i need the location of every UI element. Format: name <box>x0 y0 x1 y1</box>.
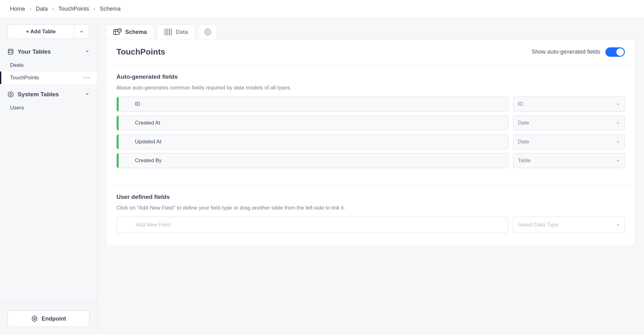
chevron-down-icon <box>616 223 620 227</box>
svg-point-0 <box>8 49 13 51</box>
section-desc: Click on "Add New Field" to define your … <box>116 205 625 211</box>
auto-generated-section: Auto-generated fields 8base auto-generat… <box>106 65 635 185</box>
tab-data[interactable]: Data <box>157 24 195 39</box>
sidebar-item-label: Deals <box>10 62 24 68</box>
field-row: Created By Table <box>116 153 625 168</box>
field-name[interactable]: Created By <box>116 153 508 168</box>
field-name-label: ID <box>119 101 140 107</box>
tab-settings[interactable] <box>198 24 217 39</box>
gear-icon <box>204 29 211 35</box>
field-type-label: Table <box>518 157 531 164</box>
your-tables-label: Your Tables <box>18 48 81 55</box>
field-row: Updated At Date <box>116 134 625 149</box>
page-title: TouchPoints <box>116 47 165 57</box>
breadcrumb: Home › Data › TouchPoints › Schema <box>0 0 644 18</box>
endpoint-icon <box>31 315 38 322</box>
field-row: ID ID <box>116 97 625 112</box>
add-table-dropdown[interactable] <box>74 24 89 39</box>
field-type-select[interactable]: Date <box>513 134 625 149</box>
endpoint-label: Endpoint <box>42 316 66 322</box>
tabs: Schema Data <box>106 24 635 39</box>
chevron-down-icon <box>79 29 84 34</box>
tab-label: Data <box>176 29 188 35</box>
chevron-down-icon <box>616 102 620 106</box>
breadcrumb-data[interactable]: Data <box>36 6 48 12</box>
section-heading: User defined fields <box>116 194 625 200</box>
breadcrumb-schema: Schema <box>100 6 121 12</box>
chevron-down-icon <box>85 92 89 97</box>
tab-schema[interactable]: Schema <box>106 24 154 39</box>
schema-panel: TouchPoints Show auto-generated fields A… <box>106 39 635 246</box>
add-new-field-input[interactable] <box>116 217 508 233</box>
svg-point-3 <box>34 318 35 320</box>
sidebar-item-label: Users <box>10 105 24 111</box>
svg-rect-7 <box>118 29 121 32</box>
user-defined-section: User defined fields Click on "Add New Fi… <box>106 185 635 246</box>
tab-label: Schema <box>125 29 147 35</box>
auto-fields-toggle[interactable] <box>605 47 625 57</box>
field-type-select[interactable]: Table <box>513 153 625 168</box>
field-type-select[interactable]: ID <box>513 97 625 112</box>
chevron-down-icon <box>616 121 620 125</box>
breadcrumb-touchpoints[interactable]: TouchPoints <box>58 6 89 12</box>
svg-point-14 <box>207 31 209 33</box>
chevron-right-icon: › <box>52 6 54 12</box>
breadcrumb-home[interactable]: Home <box>10 6 25 12</box>
sidebar-item-label: TouchPoints <box>10 75 39 81</box>
chevron-right-icon: › <box>30 6 31 12</box>
field-name-label: Created By <box>119 157 162 164</box>
field-type-label: Date <box>518 139 529 145</box>
field-type-label: Date <box>518 120 529 126</box>
schema-icon <box>113 29 121 35</box>
toggle-label: Show auto-generated fields <box>532 49 600 55</box>
more-icon[interactable]: ••• <box>83 75 91 81</box>
chevron-down-icon <box>616 158 620 163</box>
field-row: Created At Date <box>116 115 625 130</box>
svg-point-1 <box>8 92 13 97</box>
sidebar: + Add Table Your Tables Deals <box>0 18 97 334</box>
chevron-down-icon <box>85 49 89 55</box>
field-name[interactable]: ID <box>116 97 508 112</box>
grid-icon <box>164 29 172 35</box>
field-name[interactable]: Updated At <box>116 134 508 149</box>
system-icon <box>8 91 14 98</box>
field-type-select[interactable]: Date <box>513 115 625 130</box>
field-name-label: Updated At <box>119 139 161 145</box>
field-name[interactable]: Created At <box>116 115 508 130</box>
svg-rect-9 <box>165 29 172 35</box>
section-desc: 8base auto-generates common fields requi… <box>116 85 625 91</box>
chevron-right-icon: › <box>94 6 95 12</box>
chevron-down-icon <box>616 140 620 144</box>
main-content: Schema Data TouchPoints Show auto-genera… <box>97 18 644 334</box>
field-name-label: Created At <box>119 120 160 126</box>
sidebar-item-users[interactable]: Users <box>0 102 97 114</box>
svg-point-2 <box>10 93 12 96</box>
sidebar-item-deals[interactable]: Deals <box>0 59 97 72</box>
system-tables-label: System Tables <box>18 91 81 98</box>
endpoint-button[interactable]: Endpoint <box>8 311 89 327</box>
database-icon <box>8 49 14 55</box>
add-table-button[interactable]: + Add Table <box>8 24 74 39</box>
field-type-label: ID <box>518 101 523 107</box>
your-tables-section[interactable]: Your Tables <box>8 46 89 58</box>
system-tables-section[interactable]: System Tables <box>8 88 89 100</box>
toggle-knob <box>616 48 624 56</box>
select-data-type[interactable]: Select Data Type <box>513 217 625 233</box>
select-placeholder: Select Data Type <box>518 222 558 228</box>
section-heading: Auto-generated fields <box>116 73 625 80</box>
sidebar-item-touchpoints[interactable]: TouchPoints ••• <box>0 72 97 84</box>
